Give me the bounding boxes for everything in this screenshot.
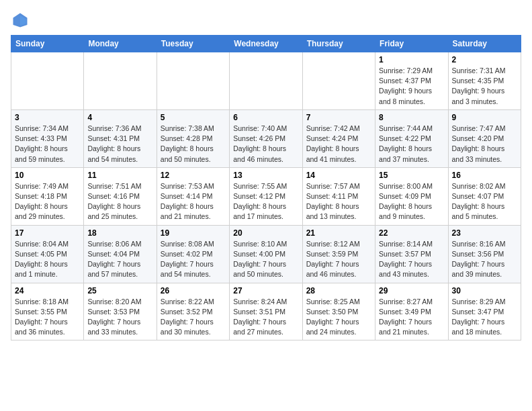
- day-info: Sunrise: 8:02 AM Sunset: 4:07 PM Dayligh…: [452, 181, 517, 222]
- day-number: 5: [161, 113, 226, 122]
- day-number: 9: [452, 113, 517, 122]
- day-number: 10: [15, 171, 80, 180]
- day-of-week-header: Monday: [84, 36, 157, 52]
- calendar-cell: 24Sunrise: 8:18 AM Sunset: 3:55 PM Dayli…: [11, 283, 84, 340]
- day-number: 7: [306, 113, 371, 122]
- calendar-cell: 29Sunrise: 8:27 AM Sunset: 3:49 PM Dayli…: [375, 283, 448, 340]
- day-number: 6: [233, 113, 298, 122]
- day-info: Sunrise: 8:08 AM Sunset: 4:02 PM Dayligh…: [161, 239, 226, 280]
- day-info: Sunrise: 7:29 AM Sunset: 4:37 PM Dayligh…: [379, 66, 444, 107]
- day-info: Sunrise: 8:04 AM Sunset: 4:05 PM Dayligh…: [15, 239, 80, 280]
- day-info: Sunrise: 7:40 AM Sunset: 4:26 PM Dayligh…: [233, 124, 298, 165]
- calendar-cell: [11, 52, 84, 110]
- day-number: 28: [306, 286, 371, 295]
- day-info: Sunrise: 8:10 AM Sunset: 4:00 PM Dayligh…: [233, 239, 298, 280]
- calendar-cell: 10Sunrise: 7:49 AM Sunset: 4:18 PM Dayli…: [11, 167, 84, 225]
- day-info: Sunrise: 7:49 AM Sunset: 4:18 PM Dayligh…: [15, 181, 80, 222]
- calendar-cell: 22Sunrise: 8:14 AM Sunset: 3:57 PM Dayli…: [375, 225, 448, 283]
- day-number: 3: [15, 113, 80, 122]
- day-number: 30: [452, 286, 517, 295]
- day-number: 16: [452, 171, 517, 180]
- day-number: 29: [379, 286, 444, 295]
- calendar: SundayMondayTuesdayWednesdayThursdayFrid…: [11, 35, 521, 340]
- day-info: Sunrise: 7:51 AM Sunset: 4:16 PM Dayligh…: [87, 181, 152, 222]
- day-number: 23: [452, 228, 517, 238]
- calendar-cell: 20Sunrise: 8:10 AM Sunset: 4:00 PM Dayli…: [230, 225, 302, 283]
- day-number: 18: [87, 228, 152, 238]
- day-info: Sunrise: 7:53 AM Sunset: 4:14 PM Dayligh…: [161, 181, 226, 222]
- day-number: 1: [379, 55, 444, 64]
- day-number: 22: [379, 228, 444, 238]
- day-info: Sunrise: 8:24 AM Sunset: 3:51 PM Dayligh…: [233, 297, 298, 338]
- day-info: Sunrise: 8:14 AM Sunset: 3:57 PM Dayligh…: [379, 239, 444, 280]
- calendar-cell: 17Sunrise: 8:04 AM Sunset: 4:05 PM Dayli…: [11, 225, 84, 283]
- calendar-cell: 7Sunrise: 7:42 AM Sunset: 4:24 PM Daylig…: [302, 109, 375, 167]
- day-info: Sunrise: 8:29 AM Sunset: 3:47 PM Dayligh…: [452, 297, 517, 338]
- calendar-cell: 2Sunrise: 7:31 AM Sunset: 4:35 PM Daylig…: [448, 52, 521, 110]
- calendar-week-row: 10Sunrise: 7:49 AM Sunset: 4:18 PM Dayli…: [11, 167, 521, 225]
- day-number: 8: [379, 113, 444, 122]
- calendar-header-row: SundayMondayTuesdayWednesdayThursdayFrid…: [11, 36, 521, 52]
- day-of-week-header: Sunday: [11, 36, 84, 52]
- day-number: 4: [87, 113, 152, 122]
- day-info: Sunrise: 7:44 AM Sunset: 4:22 PM Dayligh…: [379, 124, 444, 165]
- day-info: Sunrise: 8:25 AM Sunset: 3:50 PM Dayligh…: [306, 297, 371, 338]
- calendar-cell: 6Sunrise: 7:40 AM Sunset: 4:26 PM Daylig…: [230, 109, 302, 167]
- day-of-week-header: Friday: [375, 36, 448, 52]
- calendar-cell: 26Sunrise: 8:22 AM Sunset: 3:52 PM Dayli…: [157, 283, 229, 340]
- day-number: 27: [233, 286, 298, 295]
- page-header: [11, 11, 521, 30]
- calendar-cell: 27Sunrise: 8:24 AM Sunset: 3:51 PM Dayli…: [230, 283, 302, 340]
- calendar-cell: 25Sunrise: 8:20 AM Sunset: 3:53 PM Dayli…: [84, 283, 157, 340]
- calendar-week-row: 1Sunrise: 7:29 AM Sunset: 4:37 PM Daylig…: [11, 52, 521, 110]
- day-number: 20: [233, 228, 298, 238]
- calendar-cell: 3Sunrise: 7:34 AM Sunset: 4:33 PM Daylig…: [11, 109, 84, 167]
- calendar-cell: 18Sunrise: 8:06 AM Sunset: 4:04 PM Dayli…: [84, 225, 157, 283]
- day-of-week-header: Tuesday: [157, 36, 229, 52]
- calendar-cell: 9Sunrise: 7:47 AM Sunset: 4:20 PM Daylig…: [448, 109, 521, 167]
- day-of-week-header: Wednesday: [230, 36, 302, 52]
- day-info: Sunrise: 8:00 AM Sunset: 4:09 PM Dayligh…: [379, 181, 444, 222]
- day-number: 21: [306, 228, 371, 238]
- day-number: 14: [306, 171, 371, 180]
- day-info: Sunrise: 8:27 AM Sunset: 3:49 PM Dayligh…: [379, 297, 444, 338]
- calendar-week-row: 17Sunrise: 8:04 AM Sunset: 4:05 PM Dayli…: [11, 225, 521, 283]
- day-info: Sunrise: 7:34 AM Sunset: 4:33 PM Dayligh…: [15, 124, 80, 165]
- calendar-cell: 13Sunrise: 7:55 AM Sunset: 4:12 PM Dayli…: [230, 167, 302, 225]
- day-number: 19: [161, 228, 226, 238]
- day-info: Sunrise: 8:22 AM Sunset: 3:52 PM Dayligh…: [161, 297, 226, 338]
- day-number: 2: [452, 55, 517, 64]
- day-number: 25: [87, 286, 152, 295]
- day-info: Sunrise: 8:12 AM Sunset: 3:59 PM Dayligh…: [306, 239, 371, 280]
- day-of-week-header: Saturday: [448, 36, 521, 52]
- calendar-cell: [157, 52, 229, 110]
- calendar-cell: 15Sunrise: 8:00 AM Sunset: 4:09 PM Dayli…: [375, 167, 448, 225]
- day-number: 13: [233, 171, 298, 180]
- logo-icon: [11, 11, 30, 30]
- day-number: 17: [15, 228, 80, 238]
- calendar-cell: [84, 52, 157, 110]
- calendar-cell: 19Sunrise: 8:08 AM Sunset: 4:02 PM Dayli…: [157, 225, 229, 283]
- calendar-cell: [230, 52, 302, 110]
- day-number: 12: [161, 171, 226, 180]
- calendar-cell: [302, 52, 375, 110]
- day-info: Sunrise: 8:20 AM Sunset: 3:53 PM Dayligh…: [87, 297, 152, 338]
- day-of-week-header: Thursday: [302, 36, 375, 52]
- day-number: 11: [87, 171, 152, 180]
- day-info: Sunrise: 7:31 AM Sunset: 4:35 PM Dayligh…: [452, 66, 517, 107]
- calendar-cell: 14Sunrise: 7:57 AM Sunset: 4:11 PM Dayli…: [302, 167, 375, 225]
- day-info: Sunrise: 7:36 AM Sunset: 4:31 PM Dayligh…: [87, 124, 152, 165]
- day-info: Sunrise: 8:06 AM Sunset: 4:04 PM Dayligh…: [87, 239, 152, 280]
- calendar-cell: 8Sunrise: 7:44 AM Sunset: 4:22 PM Daylig…: [375, 109, 448, 167]
- day-number: 24: [15, 286, 80, 295]
- calendar-week-row: 24Sunrise: 8:18 AM Sunset: 3:55 PM Dayli…: [11, 283, 521, 340]
- calendar-cell: 23Sunrise: 8:16 AM Sunset: 3:56 PM Dayli…: [448, 225, 521, 283]
- calendar-cell: 16Sunrise: 8:02 AM Sunset: 4:07 PM Dayli…: [448, 167, 521, 225]
- calendar-cell: 12Sunrise: 7:53 AM Sunset: 4:14 PM Dayli…: [157, 167, 229, 225]
- calendar-cell: 30Sunrise: 8:29 AM Sunset: 3:47 PM Dayli…: [448, 283, 521, 340]
- logo: [11, 11, 32, 30]
- calendar-cell: 5Sunrise: 7:38 AM Sunset: 4:28 PM Daylig…: [157, 109, 229, 167]
- day-number: 15: [379, 171, 444, 180]
- calendar-cell: 28Sunrise: 8:25 AM Sunset: 3:50 PM Dayli…: [302, 283, 375, 340]
- calendar-cell: 21Sunrise: 8:12 AM Sunset: 3:59 PM Dayli…: [302, 225, 375, 283]
